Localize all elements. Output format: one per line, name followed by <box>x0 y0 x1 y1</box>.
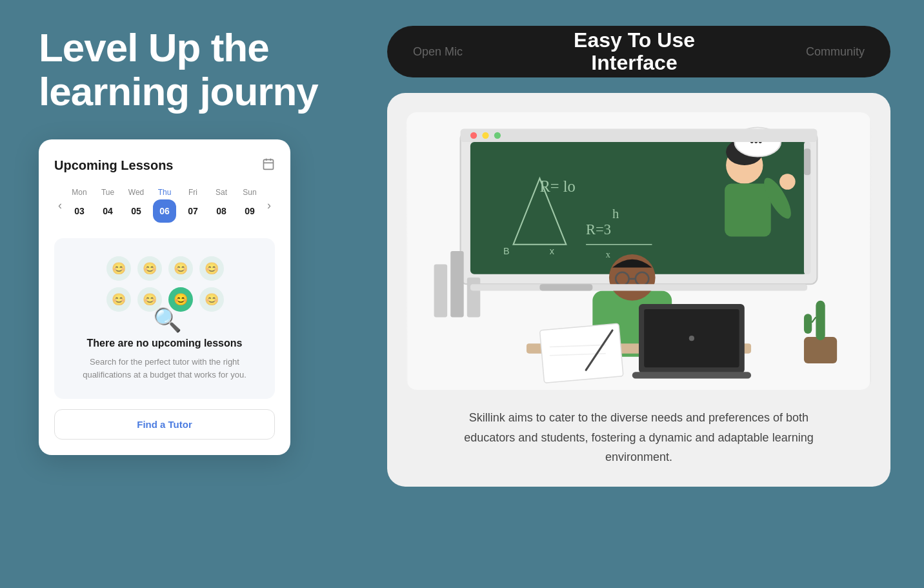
svg-rect-41 <box>450 251 463 317</box>
emoji-8: 😊 <box>199 287 224 312</box>
emoji-3: 😊 <box>168 256 193 281</box>
svg-rect-51 <box>539 284 592 290</box>
svg-point-30 <box>689 336 694 341</box>
svg-rect-38 <box>804 314 812 334</box>
calendar-days: Mon 03 Tue 04 Wed 05 Thu 06 <box>68 188 261 223</box>
svg-rect-0 <box>264 160 274 170</box>
lessons-empty-state: 😊 😊 😊 😊 😊 😊 😊 😊 🔍 <box>54 238 275 399</box>
no-lessons-subtitle: Search for the perfect tutor with the ri… <box>67 356 262 381</box>
emoji-4: 😊 <box>199 256 224 281</box>
illustration-area: R= lo h B x R=3 x <box>407 112 871 390</box>
cal-day-fri[interactable]: Fri 07 <box>181 188 205 223</box>
tab-community[interactable]: Community <box>806 45 865 59</box>
left-section: Level Up the learning journy Upcoming Le… <box>39 26 348 455</box>
tab-open-mic[interactable]: Open Mic <box>413 45 463 59</box>
magnifier-icon: 🔍 <box>153 307 182 334</box>
svg-point-46 <box>494 132 501 139</box>
cal-day-sat[interactable]: Sat 08 <box>210 188 233 223</box>
svg-rect-40 <box>434 264 447 317</box>
svg-rect-36 <box>804 337 837 363</box>
calendar-icon <box>262 157 275 174</box>
calendar-next-button[interactable]: › <box>263 196 275 215</box>
find-tutor-button[interactable]: Find a Tutor <box>54 409 275 440</box>
illustration-card: R= lo h B x R=3 x <box>387 93 890 487</box>
calendar-row: ‹ Mon 03 Tue 04 Wed 05 Thu <box>54 188 275 223</box>
description-text: Skillink aims to cater to the diverse ne… <box>452 408 826 467</box>
hero-title: Level Up the learning journy <box>39 26 318 114</box>
svg-point-44 <box>470 132 477 139</box>
cal-day-thu[interactable]: Thu 06 <box>153 188 176 223</box>
svg-text:x: x <box>550 246 555 256</box>
cal-day-mon[interactable]: Mon 03 <box>68 188 91 223</box>
emoji-5: 😊 <box>106 287 131 312</box>
svg-rect-37 <box>816 301 825 340</box>
lessons-card: Upcoming Lessons ‹ Mon 03 <box>39 139 290 455</box>
cal-day-wed[interactable]: Wed 05 <box>125 188 148 223</box>
svg-point-45 <box>482 132 488 139</box>
svg-text:R=3: R=3 <box>586 221 611 238</box>
emoji-2: 😊 <box>137 256 162 281</box>
svg-rect-42 <box>467 278 480 317</box>
svg-rect-43 <box>461 129 818 142</box>
tab-easy-interface[interactable]: Easy To Use Interface <box>574 29 695 74</box>
feature-tabs-pill: Open Mic Easy To Use Interface Community <box>387 26 890 77</box>
svg-text:x: x <box>606 249 610 259</box>
emoji-1: 😊 <box>106 256 131 281</box>
right-section: Open Mic Easy To Use Interface Community <box>387 26 890 487</box>
svg-rect-48 <box>804 148 810 175</box>
cal-day-sun[interactable]: Sun 09 <box>238 188 261 223</box>
svg-text:h: h <box>612 207 619 221</box>
no-lessons-title: There are no upcoming lessons <box>87 338 243 349</box>
calendar-prev-button[interactable]: ‹ <box>54 196 66 215</box>
svg-rect-31 <box>632 372 751 378</box>
svg-text:B: B <box>503 246 510 256</box>
svg-rect-17 <box>725 184 771 237</box>
svg-point-19 <box>779 174 796 190</box>
svg-rect-50 <box>470 284 807 290</box>
lessons-card-title: Upcoming Lessons <box>54 158 173 173</box>
cal-day-tue[interactable]: Tue 04 <box>96 188 119 223</box>
